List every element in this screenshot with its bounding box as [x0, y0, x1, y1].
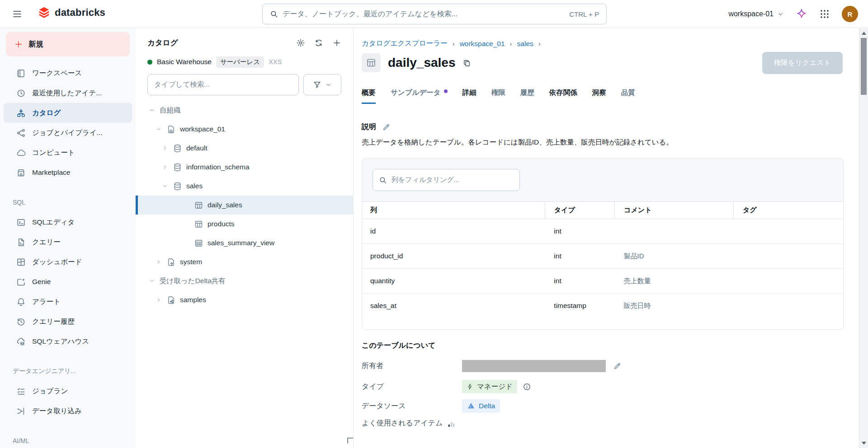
gear-icon[interactable]	[296, 38, 305, 47]
tab-サンプルデータ[interactable]: サンプルデータ	[391, 88, 448, 104]
chevron-right-icon[interactable]	[161, 164, 169, 170]
assistant-sparkle-icon[interactable]	[796, 8, 807, 20]
query-file-icon	[16, 238, 26, 247]
warehouse-size: XXS	[269, 58, 282, 65]
sidebar-item-warehouse[interactable]: SQLウェアハウス	[4, 331, 132, 351]
user-avatar[interactable]: R	[842, 6, 858, 22]
tree-filter-button[interactable]	[303, 74, 341, 95]
scroll-down-arrow[interactable]	[859, 439, 868, 447]
sidebar-item-checklist[interactable]: ジョブラン	[4, 381, 132, 401]
table-row-sales_at[interactable]: sales_attimestamp販売日時	[362, 294, 843, 318]
sidebar-item-label: クエリー	[32, 238, 61, 247]
table-icon	[194, 201, 203, 210]
cell-type: int	[545, 219, 614, 244]
breadcrumb-link-0[interactable]: カタログエクスプローラー	[362, 39, 448, 48]
sidebar-item-store[interactable]: Marketplace	[4, 163, 132, 182]
sidebar-item-history[interactable]: クエリー履歴	[4, 312, 132, 331]
search-icon	[379, 176, 387, 184]
tree-item------Delta--[interactable]: 受け取ったDelta共有	[136, 271, 353, 290]
chevron-down-icon[interactable]	[155, 126, 162, 132]
chevron-down-icon[interactable]	[148, 107, 156, 113]
sidebar-item-workspace[interactable]: ワークスペース	[4, 63, 132, 83]
refresh-icon[interactable]	[314, 38, 323, 47]
app-grid-icon[interactable]	[819, 9, 830, 19]
table-row-quantity[interactable]: quantityint売上数量	[362, 269, 843, 294]
column-filter-input[interactable]: 列をフィルタリング...	[373, 169, 520, 191]
history-icon	[16, 317, 26, 327]
panel-resize-handle[interactable]	[347, 438, 353, 443]
new-button[interactable]: 新規	[6, 32, 130, 56]
pipelines-icon	[16, 128, 26, 138]
delta-badge[interactable]: Delta	[462, 399, 500, 413]
sidebar-item-label: アラート	[32, 297, 61, 307]
sidebar-item-catalog[interactable]: カタログ	[4, 103, 132, 123]
column-header-2: コメント	[615, 202, 734, 219]
cell-tags	[733, 294, 843, 318]
copy-icon[interactable]	[462, 58, 472, 68]
scrollbar-thumb[interactable]	[861, 38, 867, 95]
breadcrumb-link-2[interactable]: sales	[517, 40, 533, 48]
tree-item-label: samples	[180, 296, 206, 304]
tree-item-information_schema[interactable]: information_schema	[136, 158, 353, 177]
sidebar-item-label: ジョブとパイプライ...	[32, 128, 103, 138]
pencil-icon[interactable]	[382, 123, 391, 131]
tab-履歴[interactable]: 履歴	[520, 88, 534, 104]
hamburger-menu-icon[interactable]	[12, 9, 23, 19]
info-icon[interactable]	[523, 383, 531, 391]
breadcrumb-link-1[interactable]: workspace_01	[460, 40, 505, 48]
sidebar-item-label: SQLウェアハウス	[32, 337, 89, 346]
warehouse-row[interactable]: Basic Warehouse サーバーレス XXS	[136, 56, 353, 68]
tree-item-samples[interactable]: samples	[136, 290, 353, 309]
tab-依存関係[interactable]: 依存関係	[549, 88, 577, 104]
tab-概要[interactable]: 概要	[362, 88, 376, 104]
tree-search-input[interactable]: タイプして検索...	[147, 74, 299, 95]
chevron-down-icon[interactable]	[161, 183, 169, 189]
sidebar-item-genie[interactable]: Genie	[4, 272, 132, 292]
tab-詳細[interactable]: 詳細	[462, 88, 476, 104]
search-icon	[270, 10, 278, 18]
table-row-product_id[interactable]: product_idint製品ID	[362, 244, 843, 269]
sidebar-item-pipelines[interactable]: ジョブとパイプライ...	[4, 123, 132, 143]
pencil-icon[interactable]	[613, 362, 622, 370]
tab-bar: 概要サンプルデータ詳細権限履歴依存関係洞察品質	[362, 88, 635, 107]
sidebar-item-sql-editor[interactable]: SQLエディタ	[4, 212, 132, 232]
tree-item-products[interactable]: products	[136, 215, 353, 233]
tree-item-system[interactable]: system	[136, 252, 353, 271]
sidebar-item-query-file[interactable]: クエリー	[4, 232, 132, 252]
lightning-icon	[467, 383, 474, 390]
global-search-input[interactable]: データ、ノートブック、最近のアイテムなどを検索... CTRL + P	[262, 4, 607, 24]
workspace-switcher[interactable]: workspace-01	[728, 10, 784, 18]
main-content: カタログエクスプローラー›workspace_01›sales› daily_s…	[354, 28, 859, 448]
tree-item-workspace_01[interactable]: workspace_01	[136, 120, 353, 139]
cell-comment: 製品ID	[615, 244, 734, 269]
tab-権限[interactable]: 権限	[491, 88, 505, 104]
table-row-id[interactable]: idint	[362, 219, 843, 244]
tree-item-sales_summary_view[interactable]: sales_summary_view	[136, 233, 353, 252]
tree-item----[interactable]: 自組織	[136, 101, 353, 120]
databricks-logo[interactable]: databricks	[38, 6, 105, 19]
column-header-3: タグ	[733, 202, 843, 219]
sidebar-item-clock[interactable]: 最近使用したアイテ...	[4, 83, 132, 103]
chevron-down-icon[interactable]	[148, 278, 156, 284]
ingest-icon	[16, 406, 26, 416]
vertical-scrollbar[interactable]	[859, 28, 868, 448]
tree-item-daily_sales[interactable]: daily_sales	[136, 196, 353, 215]
tab-洞察[interactable]: 洞察	[592, 88, 606, 104]
cell-tags	[733, 269, 843, 294]
sidebar-item-dashboard[interactable]: ダッシュボード	[4, 252, 132, 272]
plus-icon[interactable]	[332, 38, 341, 47]
scroll-up-arrow[interactable]	[859, 29, 868, 37]
sidebar-item-ingest[interactable]: データ取り込み	[4, 401, 132, 421]
sidebar-item-cloud[interactable]: コンピュート	[4, 143, 132, 163]
sidebar-item-bell[interactable]: アラート	[4, 292, 132, 312]
tree-item-default[interactable]: default	[136, 139, 353, 158]
tree-item-sales[interactable]: sales	[136, 177, 353, 196]
type-row: タイプ マネージド	[362, 380, 531, 393]
cell-comment: 販売日時	[615, 294, 734, 318]
chevron-right-icon[interactable]	[155, 297, 162, 303]
request-permission-button[interactable]: 権限をリクエスト	[762, 52, 843, 74]
tab-品質[interactable]: 品質	[621, 88, 635, 104]
chevron-right-icon[interactable]	[155, 259, 162, 265]
chevron-right-icon[interactable]	[161, 145, 169, 151]
column-header-0: 列	[362, 202, 545, 219]
